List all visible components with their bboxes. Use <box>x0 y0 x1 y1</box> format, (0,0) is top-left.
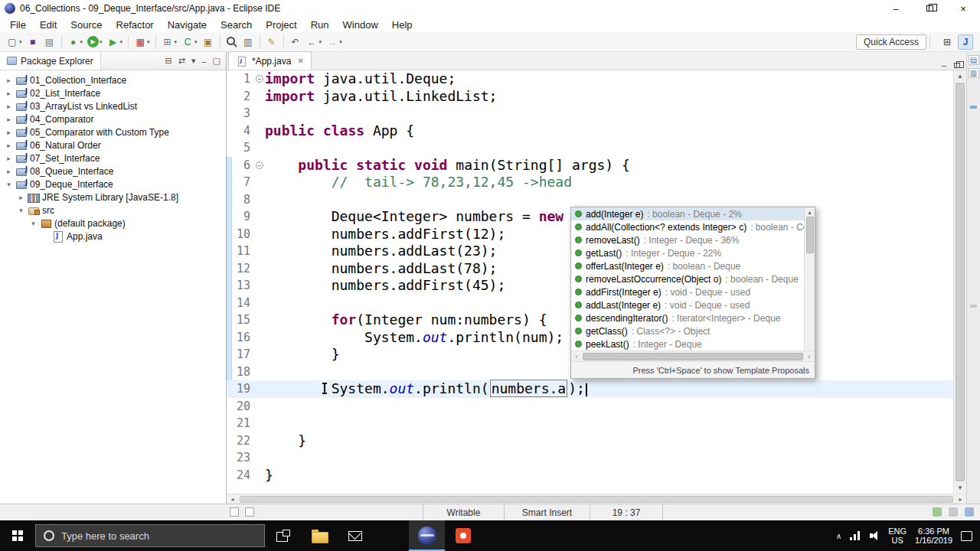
tree-item-05-comparator-with-custom-type[interactable]: ▸05_Comparator with Custom Type <box>0 126 226 139</box>
popup-vscroll-thumb[interactable] <box>806 217 814 253</box>
tree-item-09-deque-interface[interactable]: ▾09_Deque_Interface <box>0 178 226 191</box>
expand-arrow-icon[interactable]: ▸ <box>5 168 13 175</box>
print-button[interactable]: ▤ <box>41 34 58 51</box>
popup-scroll-left-icon[interactable]: ‹ <box>571 351 582 362</box>
search-button[interactable] <box>224 34 240 51</box>
package-explorer-tab[interactable]: Package Explorer <box>0 52 101 70</box>
fold-toggle-icon[interactable] <box>254 157 265 174</box>
save-button[interactable]: ■ <box>24 34 41 51</box>
autocomplete-item-addfirst[interactable]: addFirst(Integer e) : void - Deque - use… <box>571 285 804 298</box>
scroll-down-icon[interactable]: ▼ <box>954 482 966 494</box>
menu-search[interactable]: Search <box>214 17 259 32</box>
tree-item-jre-system-library-javase-1-8[interactable]: ▸JRE System Library [JavaSE-1.8] <box>0 191 226 204</box>
dropdown-arrow-icon[interactable]: ▾ <box>100 39 103 45</box>
autocomplete-item-getlast[interactable]: getLast() : Integer - Deque - 22% <box>571 246 804 259</box>
debug-button[interactable]: ●▾ <box>65 34 86 51</box>
popup-vertical-scrollbar[interactable]: ▲ <box>804 207 815 350</box>
code-line-2[interactable]: 2import java.util.LinkedList; <box>227 88 953 106</box>
code-line-20[interactable]: 20 <box>227 398 953 416</box>
back-button[interactable]: ←▾ <box>304 34 325 51</box>
code-line-22[interactable]: 22 } <box>227 432 953 450</box>
autocomplete-item-add[interactable]: add(Integer e) : boolean - Deque - 2% <box>571 207 804 220</box>
autocomplete-item-getclass[interactable]: getClass() : Class<?> - Object <box>571 324 804 337</box>
restore-window-button[interactable] <box>913 0 946 17</box>
autocomplete-item-offerlast[interactable]: offerLast(Integer e) : boolean - Deque <box>571 259 804 272</box>
editor-horizontal-scrollbar[interactable]: ◂ ▸ <box>227 494 966 504</box>
dropdown-arrow-icon[interactable]: ▾ <box>319 39 322 45</box>
menu-navigate[interactable]: Navigate <box>161 17 214 32</box>
maximize-view-icon[interactable]: ▢ <box>213 56 220 66</box>
horizontal-scroll-thumb[interactable] <box>240 496 953 503</box>
taskbar-search-input[interactable]: Type here to search <box>35 524 265 547</box>
menu-help[interactable]: Help <box>385 17 420 32</box>
code-line-1[interactable]: 1import java.util.Deque; <box>227 70 953 88</box>
code-line-8[interactable]: 8 <box>227 191 953 209</box>
status-left-icon-2[interactable] <box>245 507 254 517</box>
open-type-button[interactable]: ▥ <box>240 34 256 51</box>
eclipse-taskbar-button[interactable] <box>409 520 445 551</box>
popup-scroll-up-icon[interactable]: ▲ <box>807 207 812 217</box>
tree-item-01-collection-interface[interactable]: ▸01_Collection_Interface <box>0 73 226 86</box>
tree-item-07-set-interface[interactable]: ▸07_Set_Interface <box>0 152 226 165</box>
action-center-icon[interactable] <box>961 531 972 541</box>
code-line-19[interactable]: 19 System.out.println(numbers.a); <box>227 380 953 398</box>
expand-arrow-icon[interactable]: ▸ <box>5 142 13 149</box>
collapse-arrow-icon[interactable]: ▾ <box>17 207 25 214</box>
popup-scroll-right-icon[interactable]: › <box>804 351 815 362</box>
menu-refactor[interactable]: Refactor <box>109 17 161 32</box>
code-line-21[interactable]: 21 <box>227 415 953 432</box>
link-with-editor-icon[interactable]: ⇄ <box>178 56 185 66</box>
expand-arrow-icon[interactable]: ▸ <box>5 90 13 97</box>
quick-access-button[interactable]: Quick Access <box>856 34 926 50</box>
overview-annotation-mark[interactable] <box>970 106 977 109</box>
autocomplete-item-addlast[interactable]: addLast(Integer e) : void - Deque - used <box>571 298 804 311</box>
last-edit-location-button[interactable]: ↶ <box>287 34 304 51</box>
dropdown-arrow-icon[interactable]: ▾ <box>80 39 83 45</box>
maximize-editor-icon[interactable] <box>954 63 960 68</box>
dropdown-arrow-icon[interactable]: ▾ <box>147 39 150 45</box>
menu-source[interactable]: Source <box>64 17 109 32</box>
expand-arrow-icon[interactable]: ▸ <box>5 155 13 162</box>
edge-taskbar-button[interactable] <box>373 520 409 551</box>
popup-horizontal-scrollbar[interactable]: ‹ › <box>571 350 815 361</box>
autocomplete-item-descendingiterator[interactable]: descendingIterator() : Iterator<Integer>… <box>571 311 804 324</box>
expand-arrow-icon[interactable]: ▸ <box>5 77 13 84</box>
collapse-arrow-icon[interactable]: ▾ <box>29 220 38 227</box>
menu-edit[interactable]: Edit <box>33 17 64 32</box>
start-button[interactable] <box>0 520 35 551</box>
tree-item-app-java[interactable]: App.java <box>0 230 226 243</box>
autocomplete-item-addall[interactable]: addAll(Collection<? extends Integer> c) … <box>571 220 804 233</box>
code-line-24[interactable]: 24} <box>227 467 953 484</box>
hidden-icons-chevron[interactable]: ∧ <box>836 532 841 540</box>
new-java-project-button[interactable]: ⊞▾ <box>159 34 180 51</box>
menu-file[interactable]: File <box>3 17 33 32</box>
status-right-icon-3[interactable] <box>965 507 974 517</box>
scroll-up-icon[interactable]: ▲ <box>954 70 966 82</box>
autocomplete-item-removelastoccurrence[interactable]: removeLastOccurrence(Object o) : boolean… <box>571 272 804 285</box>
expand-arrow-icon[interactable]: ▸ <box>5 129 13 136</box>
open-perspective-button[interactable]: ⊞ <box>939 34 955 50</box>
close-tab-icon[interactable]: ✕ <box>297 57 303 65</box>
code-line-5[interactable]: 5 <box>227 139 953 157</box>
clock[interactable]: 6:36 PM 1/16/2019 <box>915 527 952 545</box>
expand-arrow-icon[interactable]: ▸ <box>5 116 13 123</box>
tree-item-03-arraylist-vs-linkedlist[interactable]: ▸03_ArrayList vs LinkedList <box>0 99 226 112</box>
code-line-7[interactable]: 7 // tail-> 78,23,12,45 ->head <box>227 174 953 191</box>
minimize-view-icon[interactable]: – <box>201 57 206 66</box>
status-right-icon-2[interactable] <box>949 507 958 517</box>
java-perspective-button[interactable]: J <box>958 34 973 50</box>
tab-app-java[interactable]: *App.java ✕ <box>228 51 312 70</box>
minimized-view-icon-1[interactable]: ▤ <box>969 55 979 65</box>
expand-arrow-icon[interactable]: ▸ <box>5 103 13 110</box>
tree-item-src[interactable]: ▾src <box>0 204 226 217</box>
view-menu-icon[interactable]: ▾ <box>191 56 196 66</box>
tree-item-02-list-interface[interactable]: ▸02_List_Interface <box>0 86 226 99</box>
dropdown-arrow-icon[interactable]: ▾ <box>339 39 342 45</box>
tree-item-04-comparator[interactable]: ▸04_Comparator <box>0 112 226 126</box>
expand-arrow-icon[interactable]: ▸ <box>17 194 25 201</box>
new-wizard-button[interactable]: ▢▾ <box>4 34 24 51</box>
code-line-23[interactable]: 23 <box>227 449 953 467</box>
tree-item-default-package[interactable]: ▾(default package) <box>0 217 226 230</box>
run-button[interactable]: ▶▾ <box>85 34 105 51</box>
autocomplete-item-peeklast[interactable]: peekLast() : Integer - Deque <box>571 337 804 350</box>
